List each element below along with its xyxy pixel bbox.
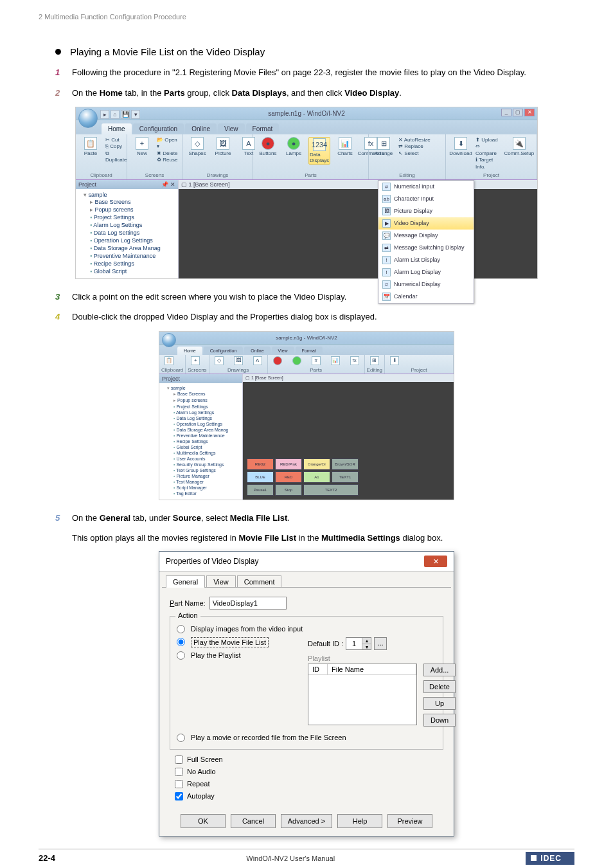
lamps-button[interactable] — [289, 356, 305, 365]
picture-button[interactable]: 🖼Picture — [212, 137, 234, 156]
buttons-button[interactable]: ●Buttons — [257, 137, 279, 156]
browse-button[interactable]: ... — [374, 637, 387, 650]
arrange-button[interactable]: ⊞ — [367, 356, 382, 365]
menu-numerical-input[interactable]: #Numerical Input — [378, 181, 474, 193]
tab-comment[interactable]: Comment — [237, 575, 282, 588]
tab-online[interactable]: Online — [244, 347, 270, 355]
commsetup-button[interactable]: 🔌Comm.Setup — [506, 137, 533, 156]
tab-configuration[interactable]: Configuration — [133, 123, 184, 134]
menu-picture-display[interactable]: 🖼Picture Display — [378, 205, 474, 217]
picture-button[interactable]: 🖼 — [231, 356, 246, 365]
data-displays-button[interactable]: # — [308, 356, 324, 365]
menu-alarm-log[interactable]: !Alarm Log Display — [378, 266, 474, 278]
open-button[interactable]: 📂 Open ▾ — [157, 137, 178, 150]
thumb[interactable]: Stop — [275, 484, 302, 496]
copy-button[interactable]: ⎘ Copy — [105, 143, 127, 150]
shapes-button[interactable]: ◇Shapes — [186, 137, 208, 156]
thumb[interactable]: TEXT2 — [303, 484, 359, 496]
menu-numerical-display[interactable]: #Numerical Display — [378, 278, 474, 291]
menu-message-switching[interactable]: ⇄Message Switching Display — [378, 242, 474, 254]
charts-button[interactable]: 📊 — [328, 356, 343, 365]
add-button[interactable]: Add... — [423, 664, 456, 676]
cancel-button[interactable]: Cancel — [231, 814, 276, 828]
new-button[interactable]: + — [188, 356, 203, 365]
canvas-area[interactable]: ▢ 1 [Base Screen] #Numerical Input abCha… — [179, 180, 537, 278]
lamps-button[interactable]: ●Lamps — [283, 137, 305, 156]
reuse-button[interactable]: ♻ Reuse — [157, 157, 178, 163]
thumb[interactable]: RED — [275, 471, 302, 483]
check-autoplay[interactable] — [175, 792, 183, 800]
tab-configuration[interactable]: Configuration — [204, 347, 244, 355]
menu-character-input[interactable]: abCharacter Input — [378, 193, 474, 205]
tab-home[interactable]: Home — [177, 347, 202, 355]
minimize-button[interactable]: _ — [501, 109, 511, 116]
arrange-button[interactable]: ⊞Arrange — [373, 137, 395, 156]
canvas-area[interactable]: ▢ 1 [Base Screen] REG2 RED/Pink Orange/O… — [243, 374, 454, 500]
select-button[interactable]: ↖ Select — [398, 150, 431, 157]
up-button[interactable]: Up — [423, 697, 456, 710]
download-button[interactable]: ⬇Download — [450, 137, 472, 156]
default-id-spinner[interactable]: ▴▾ — [346, 637, 371, 650]
qat-icon[interactable]: ▾ — [131, 110, 140, 119]
tab-general[interactable]: General — [166, 575, 205, 588]
autoresize-button[interactable]: ✕ AutoResize — [398, 137, 431, 143]
canvas-tab[interactable]: ▢ 1 [Base Screen] — [243, 374, 454, 382]
delete-button[interactable]: Delete — [423, 680, 456, 693]
radio-video-input[interactable] — [177, 625, 185, 633]
preview-button[interactable]: Preview — [387, 814, 432, 828]
pin-icon[interactable]: 📌 ✕ — [161, 181, 175, 188]
upload-button[interactable]: ⬆ Upload — [475, 137, 502, 143]
thumb[interactable]: A1 — [303, 471, 330, 483]
paste-button[interactable]: 📋Paste — [80, 137, 102, 156]
thumb[interactable]: BLUE — [247, 471, 274, 483]
close-button[interactable]: ✕ — [424, 556, 447, 567]
replace-button[interactable]: ⇄ Replace — [398, 143, 431, 150]
project-tree[interactable]: Project sample Base Screens Popup screen… — [159, 374, 243, 500]
data-displays-button[interactable]: 1234Data Displays — [308, 137, 330, 165]
tab-format[interactable]: Format — [296, 347, 323, 355]
tab-online[interactable]: Online — [185, 123, 217, 134]
thumb[interactable]: TEXT1 — [332, 471, 359, 483]
radio-playlist[interactable] — [177, 651, 185, 660]
target-info-button[interactable]: ℹ Target Info. — [475, 157, 502, 170]
check-repeat[interactable] — [175, 780, 183, 788]
cut-button[interactable]: ✂ Cut — [105, 137, 127, 143]
thumb[interactable]: Orange/Or — [303, 458, 330, 470]
buttons-button[interactable] — [270, 356, 285, 365]
tab-view[interactable]: View — [206, 575, 236, 588]
ok-button[interactable]: OK — [181, 814, 226, 828]
thumb[interactable]: Brown/SOR — [332, 458, 359, 470]
partname-input[interactable] — [209, 597, 287, 610]
compare-button[interactable]: ⇔ Compare — [475, 143, 502, 157]
qat-icon[interactable]: ▸ — [100, 110, 109, 119]
down-button[interactable]: Down — [423, 714, 456, 727]
close-button[interactable]: ✕ — [524, 109, 535, 116]
qat-icon[interactable]: ⌂ — [111, 110, 120, 119]
menu-calendar[interactable]: 📅Calendar — [378, 291, 474, 303]
thumb[interactable]: RED/Pink — [275, 458, 302, 470]
menu-message-display[interactable]: 💬Message Display — [378, 230, 474, 242]
radio-movie-file-list[interactable] — [177, 638, 185, 646]
playlist-listbox[interactable]: IDFile Name — [308, 664, 417, 725]
maximize-button[interactable]: ▢ — [513, 109, 523, 116]
shapes-button[interactable]: ◇ — [211, 356, 227, 365]
canvas-tab[interactable]: ▢ 1 [Base Screen] — [179, 180, 537, 189]
qat-icon[interactable]: 💾 — [121, 110, 130, 119]
tab-view[interactable]: View — [272, 347, 294, 355]
check-noaudio[interactable] — [175, 768, 183, 776]
text-button[interactable]: A — [250, 356, 265, 365]
menu-alarm-list[interactable]: !Alarm List Display — [378, 254, 474, 266]
paste-button[interactable]: 📋 — [161, 356, 177, 365]
app-orb-icon[interactable] — [78, 109, 98, 128]
charts-button[interactable]: 📊Charts — [334, 137, 356, 156]
delete-button[interactable]: ✖ Delete — [157, 150, 178, 157]
thumb[interactable]: REG2 — [247, 458, 274, 470]
download-button[interactable]: ⬇ — [387, 356, 402, 365]
new-button[interactable]: +New — [131, 137, 153, 156]
menu-video-display[interactable]: ▶Video Display — [378, 217, 474, 230]
check-fullscreen[interactable] — [175, 755, 183, 764]
duplicate-button[interactable]: ⧉ Duplicate — [105, 150, 127, 164]
project-tree[interactable]: Project📌 ✕ sample Base Screens Popup scr… — [76, 180, 179, 278]
tab-view[interactable]: View — [218, 123, 245, 134]
tab-home[interactable]: Home — [102, 123, 132, 134]
